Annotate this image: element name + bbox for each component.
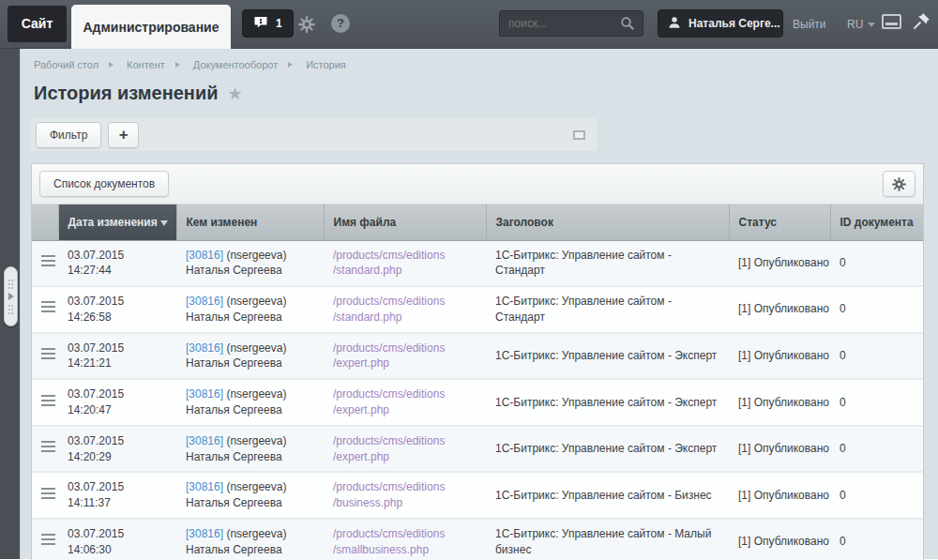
row-menu-cell [32,240,58,286]
user-id-link[interactable]: [30816] [186,480,223,493]
file-name-link[interactable]: /smallbusiness.php [333,542,477,558]
status-cell: [1] Опубликовано [729,286,830,333]
modified-by-cell: [30816] (nsergeeva) Наталья Сергеева [176,472,324,519]
filename-cell: /products/cms/editions /smallbusiness.ph… [324,519,486,560]
status-cell: [1] Опубликовано [729,519,830,560]
modified-by-cell: [30816] (nsergeeva) Наталья Сергеева [176,240,324,286]
date-cell: 03.07.2015 14:20:47 [58,379,176,426]
column-modified-by[interactable]: Кем изменен [176,204,324,240]
user-full-name: Наталья Сергеева [186,264,282,277]
file-path-link[interactable]: /products/cms/editions [333,526,477,542]
grid-settings-button[interactable] [883,171,915,197]
handle-dots [8,279,14,289]
user-full-name: Наталья Сергеева [186,496,282,509]
row-actions-menu-icon[interactable] [41,488,55,499]
file-name-link[interactable]: /expert.php [333,356,477,371]
collapsed-sidebar [0,49,21,559]
user-id-link[interactable]: [30816] [186,249,223,262]
user-id-link[interactable]: [30816] [186,341,223,355]
file-name-link[interactable]: /business.php [333,495,477,511]
table-row[interactable]: 03.07.2015 14:27:44 [30816] (nsergeeva) … [32,240,923,286]
row-menu-cell [32,333,58,380]
user-id-link[interactable]: [30816] [186,434,223,447]
user-name: Наталья Серге... [688,17,780,30]
workspace: Рабочий стол Контент Документооборот Ист… [0,49,938,559]
user-full-name: Наталья Сергеева [186,310,282,324]
user-full-name: Наталья Сергеева [186,356,282,370]
user-menu-button[interactable]: Наталья Серге... [658,9,783,38]
row-menu-cell [32,519,58,560]
column-title[interactable]: Заголовок [486,204,729,240]
breadcrumb-desktop[interactable]: Рабочий стол [34,59,98,70]
status-cell: [1] Опубликовано [729,426,830,473]
breadcrumb-content[interactable]: Контент [127,59,165,70]
file-path-link[interactable]: /products/cms/editions [333,386,477,402]
add-filter-button[interactable]: + [108,122,139,148]
file-path-link[interactable]: /products/cms/editions [333,248,477,264]
row-actions-menu-icon[interactable] [41,534,55,545]
user-login: (nsergeeva) [226,249,286,262]
file-name-link[interactable]: /expert.php [333,402,477,418]
row-actions-menu-icon[interactable] [41,301,55,312]
settings-gear-icon[interactable] [298,16,315,33]
table-row[interactable]: 03.07.2015 14:20:29 [30816] (nsergeeva) … [32,426,923,473]
notifications-button[interactable]: 1 [242,9,294,38]
user-full-name: Наталья Сергеева [186,403,282,416]
user-id-link[interactable]: [30816] [186,295,223,308]
table-row[interactable]: 03.07.2015 14:21:21 [30816] (nsergeeva) … [32,333,923,380]
file-name-link[interactable]: /standard.php [333,310,477,325]
user-full-name: Наталья Сергеева [186,450,282,463]
help-icon[interactable]: ? [331,14,350,33]
file-path-link[interactable]: /products/cms/editions [333,341,477,356]
page-title: История изменений [34,83,219,104]
file-path-link[interactable]: /products/cms/editions [333,479,477,495]
table-header-row: Дата изменения Кем изменен Имя файла Заг… [32,204,923,240]
change-date: 03.07.2015 [68,527,124,540]
tab-site[interactable]: Сайт [8,6,67,42]
row-actions-menu-icon[interactable] [41,348,55,359]
user-login: (nsergeeva) [226,387,286,401]
row-actions-menu-icon[interactable] [41,255,55,266]
file-name-link[interactable]: /standard.php [333,263,477,279]
favorite-star-icon[interactable]: ★ [228,85,243,102]
user-id-link[interactable]: [30816] [186,527,223,540]
logout-link[interactable]: Выйти [793,18,826,31]
sidebar-expand-handle[interactable] [4,266,18,326]
table-body: 03.07.2015 14:27:44 [30816] (nsergeeva) … [32,240,923,560]
file-path-link[interactable]: /products/cms/editions [333,294,477,310]
modified-by-cell: [30816] (nsergeeva) Наталья Сергеева [176,333,324,380]
row-actions-menu-icon[interactable] [41,395,55,406]
column-filename[interactable]: Имя файла [324,204,486,240]
table-row[interactable]: 03.07.2015 14:26:58 [30816] (nsergeeva) … [32,286,923,333]
handle-dots [8,304,14,314]
column-status[interactable]: Статус [729,204,830,240]
topbar: Сайт Администрирование 1 ? Наталья Серге… [0,0,938,49]
filter-button[interactable]: Фильтр [36,122,101,148]
table-row[interactable]: 03.07.2015 14:11:37 [30816] (nsergeeva) … [32,472,923,519]
row-actions-menu-icon[interactable] [41,441,55,452]
breadcrumb-workflow[interactable]: Документооборот [193,59,278,70]
file-path-link[interactable]: /products/cms/editions [333,433,477,449]
column-date[interactable]: Дата изменения [58,204,176,240]
modified-by-cell: [30816] (nsergeeva) Наталья Сергеева [176,379,324,426]
column-doc-id[interactable]: ID документа [830,204,923,240]
search-icon[interactable] [620,16,635,31]
language-code: RU [847,18,863,31]
file-name-link[interactable]: /expert.php [333,449,477,465]
pin-icon[interactable] [912,12,930,31]
search-input[interactable] [500,17,620,30]
filename-cell: /products/cms/editions /standard.php [324,286,486,333]
status-cell: [1] Опубликовано [729,240,830,286]
user-full-name: Наталья Сергеева [186,543,282,556]
table-row[interactable]: 03.07.2015 14:20:47 [30816] (nsergeeva) … [32,379,923,426]
user-id-link[interactable]: [30816] [186,387,223,401]
language-selector[interactable]: RU [847,18,875,31]
row-menu-cell [32,286,58,333]
change-time: 14:21:21 [68,356,112,370]
breadcrumb-history[interactable]: История [306,59,346,70]
hotkeys-keyboard-icon[interactable] [882,14,901,29]
table-row[interactable]: 03.07.2015 14:06:30 [30816] (nsergeeva) … [32,519,923,560]
tab-administration[interactable]: Администрирование [71,5,231,50]
filter-settings-icon[interactable] [573,130,585,140]
documents-list-button[interactable]: Список документов [39,171,169,197]
